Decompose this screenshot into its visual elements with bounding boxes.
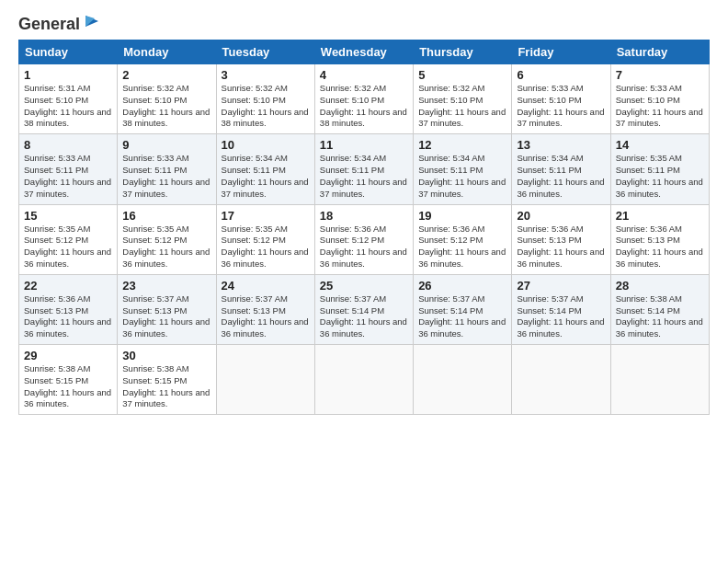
day-number: 26 [418,279,506,293]
calendar-cell: 30 Sunrise: 5:38 AMSunset: 5:15 PMDaylig… [118,345,216,415]
calendar-cell: 17 Sunrise: 5:35 AMSunset: 5:12 PMDaylig… [216,204,314,274]
calendar-cell: 22 Sunrise: 5:36 AMSunset: 5:13 PMDaylig… [19,274,118,344]
day-number: 27 [517,279,605,293]
calendar-cell: 8 Sunrise: 5:33 AMSunset: 5:11 PMDayligh… [19,134,118,204]
day-info: Sunrise: 5:36 AMSunset: 5:12 PMDaylight:… [320,224,408,270]
calendar-week-row: 29 Sunrise: 5:38 AMSunset: 5:15 PMDaylig… [19,345,710,415]
day-info: Sunrise: 5:37 AMSunset: 5:14 PMDaylight:… [418,293,506,340]
day-number: 9 [122,138,210,152]
day-info: Sunrise: 5:32 AMSunset: 5:10 PMDaylight:… [222,83,310,130]
calendar-cell: 12 Sunrise: 5:34 AMSunset: 5:11 PMDaylig… [414,134,512,204]
calendar-cell: 14 Sunrise: 5:35 AMSunset: 5:11 PMDaylig… [610,134,709,204]
day-number: 16 [122,209,210,223]
day-number: 17 [222,209,310,223]
calendar-cell [314,345,413,415]
day-info: Sunrise: 5:36 AMSunset: 5:13 PMDaylight:… [616,224,704,270]
calendar-cell: 4 Sunrise: 5:32 AMSunset: 5:10 PMDayligh… [314,64,413,134]
day-info: Sunrise: 5:36 AMSunset: 5:13 PMDaylight:… [24,293,112,340]
calendar-week-row: 22 Sunrise: 5:36 AMSunset: 5:13 PMDaylig… [19,274,710,344]
day-number: 18 [320,209,408,223]
calendar-cell: 13 Sunrise: 5:34 AMSunset: 5:11 PMDaylig… [512,134,610,204]
calendar-cell: 3 Sunrise: 5:32 AMSunset: 5:10 PMDayligh… [216,64,314,134]
day-info: Sunrise: 5:38 AMSunset: 5:14 PMDaylight:… [616,293,704,340]
calendar-cell: 20 Sunrise: 5:36 AMSunset: 5:13 PMDaylig… [512,204,610,274]
day-info: Sunrise: 5:33 AMSunset: 5:11 PMDaylight:… [24,153,112,200]
day-number: 3 [222,68,310,82]
day-number: 19 [418,209,506,223]
day-number: 11 [320,138,408,152]
day-number: 10 [222,138,310,152]
day-info: Sunrise: 5:34 AMSunset: 5:11 PMDaylight:… [517,153,605,200]
calendar-cell: 26 Sunrise: 5:37 AMSunset: 5:14 PMDaylig… [414,274,512,344]
day-info: Sunrise: 5:33 AMSunset: 5:11 PMDaylight:… [122,153,210,200]
calendar-cell: 5 Sunrise: 5:32 AMSunset: 5:10 PMDayligh… [414,64,512,134]
calendar-week-row: 15 Sunrise: 5:35 AMSunset: 5:12 PMDaylig… [19,204,710,274]
logo-flag-icon [82,14,102,34]
weekday-header-sunday: Sunday [19,40,118,64]
day-number: 1 [24,68,112,82]
page: General SundayMondayTuesdayWednesdayThur… [0,0,728,563]
day-info: Sunrise: 5:37 AMSunset: 5:13 PMDaylight:… [122,293,210,340]
day-info: Sunrise: 5:31 AMSunset: 5:10 PMDaylight:… [24,83,112,130]
day-number: 6 [517,68,605,82]
day-number: 15 [24,209,112,223]
day-info: Sunrise: 5:35 AMSunset: 5:11 PMDaylight:… [616,153,704,200]
day-info: Sunrise: 5:36 AMSunset: 5:13 PMDaylight:… [517,224,605,270]
day-number: 20 [517,209,605,223]
day-info: Sunrise: 5:36 AMSunset: 5:12 PMDaylight:… [418,224,506,270]
calendar-cell: 24 Sunrise: 5:37 AMSunset: 5:13 PMDaylig… [216,274,314,344]
day-info: Sunrise: 5:37 AMSunset: 5:13 PMDaylight:… [222,293,310,340]
calendar-cell: 2 Sunrise: 5:32 AMSunset: 5:10 PMDayligh… [118,64,216,134]
calendar-cell: 28 Sunrise: 5:38 AMSunset: 5:14 PMDaylig… [610,274,709,344]
header: General [18,14,710,32]
calendar-cell: 7 Sunrise: 5:33 AMSunset: 5:10 PMDayligh… [610,64,709,134]
weekday-header-monday: Monday [118,40,216,64]
day-number: 23 [122,279,210,293]
day-number: 4 [320,68,408,82]
weekday-header-thursday: Thursday [414,40,512,64]
day-info: Sunrise: 5:35 AMSunset: 5:12 PMDaylight:… [24,224,112,270]
calendar-cell: 25 Sunrise: 5:37 AMSunset: 5:14 PMDaylig… [314,274,413,344]
day-info: Sunrise: 5:33 AMSunset: 5:10 PMDaylight:… [616,83,704,130]
calendar-cell [414,345,512,415]
day-info: Sunrise: 5:32 AMSunset: 5:10 PMDaylight:… [320,83,408,130]
calendar-cell [610,345,709,415]
day-info: Sunrise: 5:38 AMSunset: 5:15 PMDaylight:… [122,363,210,410]
calendar-cell: 9 Sunrise: 5:33 AMSunset: 5:11 PMDayligh… [118,134,216,204]
day-number: 29 [24,349,112,362]
weekday-header-saturday: Saturday [610,40,709,64]
day-number: 25 [320,279,408,293]
calendar-cell: 16 Sunrise: 5:35 AMSunset: 5:12 PMDaylig… [118,204,216,274]
day-info: Sunrise: 5:35 AMSunset: 5:12 PMDaylight:… [222,224,310,270]
day-number: 24 [222,279,310,293]
calendar-cell [216,345,314,415]
weekday-header-tuesday: Tuesday [216,40,314,64]
day-number: 28 [616,279,704,293]
calendar-cell: 18 Sunrise: 5:36 AMSunset: 5:12 PMDaylig… [314,204,413,274]
day-number: 12 [418,138,506,152]
calendar-cell: 15 Sunrise: 5:35 AMSunset: 5:12 PMDaylig… [19,204,118,274]
day-number: 5 [418,68,506,82]
day-number: 7 [616,68,704,82]
day-info: Sunrise: 5:34 AMSunset: 5:11 PMDaylight:… [418,153,506,200]
calendar-header-row: SundayMondayTuesdayWednesdayThursdayFrid… [19,40,710,64]
calendar-table: SundayMondayTuesdayWednesdayThursdayFrid… [18,40,710,415]
day-number: 8 [24,138,112,152]
day-info: Sunrise: 5:38 AMSunset: 5:15 PMDaylight:… [24,363,112,410]
weekday-header-wednesday: Wednesday [314,40,413,64]
calendar-week-row: 8 Sunrise: 5:33 AMSunset: 5:11 PMDayligh… [19,134,710,204]
day-number: 22 [24,279,112,293]
calendar-cell: 6 Sunrise: 5:33 AMSunset: 5:10 PMDayligh… [512,64,610,134]
day-info: Sunrise: 5:37 AMSunset: 5:14 PMDaylight:… [517,293,605,340]
calendar-cell [512,345,610,415]
logo-general-text: General [18,15,80,34]
calendar-cell: 29 Sunrise: 5:38 AMSunset: 5:15 PMDaylig… [19,345,118,415]
day-info: Sunrise: 5:32 AMSunset: 5:10 PMDaylight:… [418,83,506,130]
day-info: Sunrise: 5:35 AMSunset: 5:12 PMDaylight:… [122,224,210,270]
calendar-cell: 27 Sunrise: 5:37 AMSunset: 5:14 PMDaylig… [512,274,610,344]
calendar-cell: 21 Sunrise: 5:36 AMSunset: 5:13 PMDaylig… [610,204,709,274]
day-number: 14 [616,138,704,152]
day-number: 2 [122,68,210,82]
day-info: Sunrise: 5:37 AMSunset: 5:14 PMDaylight:… [320,293,408,340]
calendar-cell: 19 Sunrise: 5:36 AMSunset: 5:12 PMDaylig… [414,204,512,274]
